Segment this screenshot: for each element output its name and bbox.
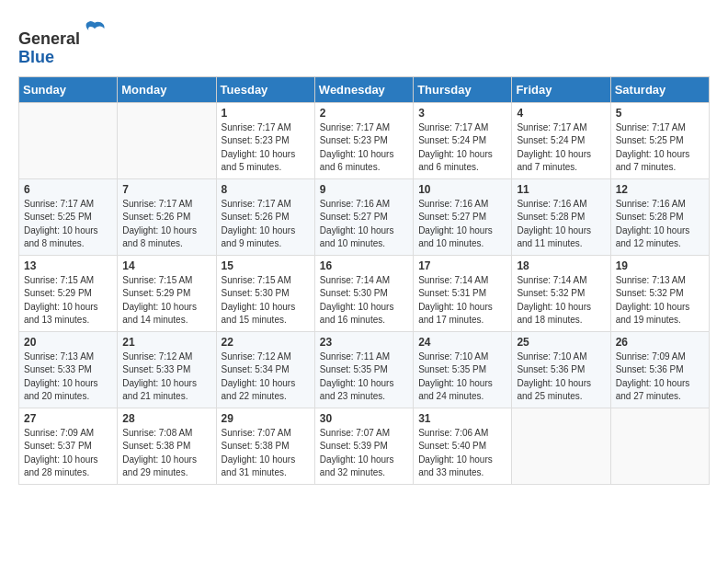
calendar-cell — [512, 408, 610, 484]
weekday-header-wednesday: Wednesday — [314, 76, 413, 102]
calendar-cell: 5Sunrise: 7:17 AM Sunset: 5:25 PM Daylig… — [610, 102, 709, 178]
weekday-header-friday: Friday — [512, 76, 610, 102]
day-info: Sunrise: 7:14 AM Sunset: 5:30 PM Dayligh… — [320, 274, 408, 327]
calendar-cell: 17Sunrise: 7:14 AM Sunset: 5:31 PM Dayli… — [414, 255, 512, 331]
day-info: Sunrise: 7:09 AM Sunset: 5:36 PM Dayligh… — [616, 350, 704, 404]
day-info: Sunrise: 7:17 AM Sunset: 5:25 PM Dayligh… — [616, 121, 704, 175]
calendar-cell: 26Sunrise: 7:09 AM Sunset: 5:36 PM Dayli… — [610, 331, 709, 408]
calendar-cell: 19Sunrise: 7:13 AM Sunset: 5:32 PM Dayli… — [610, 255, 709, 331]
logo-general: General — [18, 29, 80, 48]
day-number: 24 — [418, 336, 506, 349]
calendar-cell: 15Sunrise: 7:15 AM Sunset: 5:30 PM Dayli… — [216, 255, 314, 331]
day-info: Sunrise: 7:07 AM Sunset: 5:39 PM Dayligh… — [320, 427, 408, 480]
day-number: 13 — [24, 259, 112, 272]
calendar-cell: 14Sunrise: 7:15 AM Sunset: 5:29 PM Dayli… — [118, 255, 216, 331]
calendar-cell: 22Sunrise: 7:12 AM Sunset: 5:34 PM Dayli… — [216, 331, 314, 408]
day-number: 18 — [517, 259, 605, 272]
weekday-header-tuesday: Tuesday — [216, 76, 314, 102]
day-number: 27 — [24, 412, 112, 425]
day-number: 3 — [418, 107, 506, 120]
day-number: 26 — [616, 336, 704, 349]
day-info: Sunrise: 7:09 AM Sunset: 5:37 PM Dayligh… — [24, 427, 112, 480]
day-info: Sunrise: 7:15 AM Sunset: 5:29 PM Dayligh… — [122, 274, 210, 327]
calendar-cell: 12Sunrise: 7:16 AM Sunset: 5:28 PM Dayli… — [610, 178, 709, 255]
day-info: Sunrise: 7:17 AM Sunset: 5:25 PM Dayligh… — [24, 198, 112, 251]
day-info: Sunrise: 7:15 AM Sunset: 5:29 PM Dayligh… — [24, 274, 112, 327]
day-number: 29 — [222, 412, 310, 425]
day-number: 31 — [418, 412, 506, 425]
day-number: 16 — [320, 259, 408, 272]
day-number: 12 — [616, 183, 704, 196]
calendar-cell: 11Sunrise: 7:16 AM Sunset: 5:28 PM Dayli… — [512, 178, 610, 255]
day-info: Sunrise: 7:13 AM Sunset: 5:33 PM Dayligh… — [24, 350, 112, 404]
calendar-cell — [118, 102, 216, 178]
day-info: Sunrise: 7:16 AM Sunset: 5:27 PM Dayligh… — [320, 198, 408, 251]
calendar-cell: 20Sunrise: 7:13 AM Sunset: 5:33 PM Dayli… — [19, 331, 118, 408]
week-row-4: 20Sunrise: 7:13 AM Sunset: 5:33 PM Dayli… — [19, 331, 710, 408]
calendar-cell: 21Sunrise: 7:12 AM Sunset: 5:33 PM Dayli… — [118, 331, 216, 408]
day-number: 22 — [222, 336, 310, 349]
calendar-cell: 28Sunrise: 7:08 AM Sunset: 5:38 PM Dayli… — [118, 408, 216, 484]
calendar-cell: 18Sunrise: 7:14 AM Sunset: 5:32 PM Dayli… — [512, 255, 610, 331]
day-info: Sunrise: 7:11 AM Sunset: 5:35 PM Dayligh… — [320, 350, 408, 404]
day-number: 4 — [517, 107, 605, 120]
day-info: Sunrise: 7:08 AM Sunset: 5:38 PM Dayligh… — [122, 427, 210, 480]
day-number: 15 — [222, 259, 310, 272]
day-info: Sunrise: 7:17 AM Sunset: 5:23 PM Dayligh… — [222, 121, 310, 175]
day-info: Sunrise: 7:14 AM Sunset: 5:31 PM Dayligh… — [418, 274, 506, 327]
day-number: 6 — [24, 183, 112, 196]
day-number: 28 — [122, 412, 210, 425]
day-number: 17 — [418, 259, 506, 272]
day-info: Sunrise: 7:07 AM Sunset: 5:38 PM Dayligh… — [222, 427, 310, 480]
day-info: Sunrise: 7:17 AM Sunset: 5:26 PM Dayligh… — [222, 198, 310, 251]
day-info: Sunrise: 7:16 AM Sunset: 5:28 PM Dayligh… — [616, 198, 704, 251]
day-info: Sunrise: 7:13 AM Sunset: 5:32 PM Dayligh… — [616, 274, 704, 327]
calendar-cell: 31Sunrise: 7:06 AM Sunset: 5:40 PM Dayli… — [414, 408, 512, 484]
weekday-header-monday: Monday — [118, 76, 216, 102]
calendar-cell: 10Sunrise: 7:16 AM Sunset: 5:27 PM Dayli… — [414, 178, 512, 255]
calendar-cell: 2Sunrise: 7:17 AM Sunset: 5:23 PM Daylig… — [314, 102, 413, 178]
day-info: Sunrise: 7:15 AM Sunset: 5:30 PM Dayligh… — [222, 274, 310, 327]
day-number: 30 — [320, 412, 408, 425]
calendar-cell: 8Sunrise: 7:17 AM Sunset: 5:26 PM Daylig… — [216, 178, 314, 255]
weekday-header-saturday: Saturday — [610, 76, 709, 102]
day-number: 2 — [320, 107, 408, 120]
day-number: 5 — [616, 107, 704, 120]
day-number: 19 — [616, 259, 704, 272]
day-info: Sunrise: 7:17 AM Sunset: 5:23 PM Dayligh… — [320, 121, 408, 175]
calendar-cell: 29Sunrise: 7:07 AM Sunset: 5:38 PM Dayli… — [216, 408, 314, 484]
week-row-3: 13Sunrise: 7:15 AM Sunset: 5:29 PM Dayli… — [19, 255, 710, 331]
day-number: 10 — [418, 183, 506, 196]
day-number: 1 — [222, 107, 310, 120]
page-header: General Blue — [18, 18, 710, 67]
calendar-cell: 3Sunrise: 7:17 AM Sunset: 5:24 PM Daylig… — [414, 102, 512, 178]
day-number: 21 — [122, 336, 210, 349]
calendar-cell: 24Sunrise: 7:10 AM Sunset: 5:35 PM Dayli… — [414, 331, 512, 408]
day-number: 8 — [222, 183, 310, 196]
day-info: Sunrise: 7:17 AM Sunset: 5:24 PM Dayligh… — [517, 121, 605, 175]
day-number: 11 — [517, 183, 605, 196]
day-info: Sunrise: 7:10 AM Sunset: 5:36 PM Dayligh… — [517, 350, 605, 404]
day-info: Sunrise: 7:16 AM Sunset: 5:28 PM Dayligh… — [517, 198, 605, 251]
day-number: 14 — [122, 259, 210, 272]
day-info: Sunrise: 7:14 AM Sunset: 5:32 PM Dayligh… — [517, 274, 605, 327]
day-info: Sunrise: 7:12 AM Sunset: 5:34 PM Dayligh… — [222, 350, 310, 404]
day-number: 25 — [517, 336, 605, 349]
calendar-cell — [610, 408, 709, 484]
day-info: Sunrise: 7:10 AM Sunset: 5:35 PM Dayligh… — [418, 350, 506, 404]
weekday-header-sunday: Sunday — [19, 76, 118, 102]
calendar-cell — [19, 102, 118, 178]
day-info: Sunrise: 7:17 AM Sunset: 5:26 PM Dayligh… — [122, 198, 210, 251]
calendar-cell: 9Sunrise: 7:16 AM Sunset: 5:27 PM Daylig… — [314, 178, 413, 255]
week-row-2: 6Sunrise: 7:17 AM Sunset: 5:25 PM Daylig… — [19, 178, 710, 255]
calendar-cell: 25Sunrise: 7:10 AM Sunset: 5:36 PM Dayli… — [512, 331, 610, 408]
logo-blue: Blue — [18, 48, 54, 66]
day-info: Sunrise: 7:16 AM Sunset: 5:27 PM Dayligh… — [418, 198, 506, 251]
calendar-cell: 4Sunrise: 7:17 AM Sunset: 5:24 PM Daylig… — [512, 102, 610, 178]
day-info: Sunrise: 7:12 AM Sunset: 5:33 PM Dayligh… — [122, 350, 210, 404]
calendar-cell: 16Sunrise: 7:14 AM Sunset: 5:30 PM Dayli… — [314, 255, 413, 331]
day-info: Sunrise: 7:17 AM Sunset: 5:24 PM Dayligh… — [418, 121, 506, 175]
week-row-1: 1Sunrise: 7:17 AM Sunset: 5:23 PM Daylig… — [19, 102, 710, 178]
week-row-5: 27Sunrise: 7:09 AM Sunset: 5:37 PM Dayli… — [19, 408, 710, 484]
day-number: 7 — [122, 183, 210, 196]
